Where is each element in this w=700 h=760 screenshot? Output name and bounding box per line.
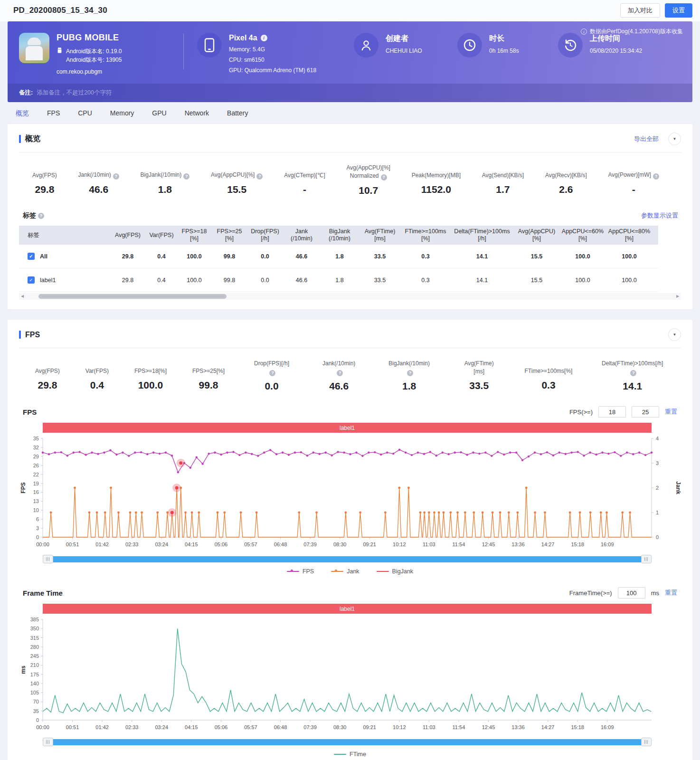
column-header-line: [/h]	[452, 235, 512, 242]
svg-text:4: 4	[656, 436, 659, 441]
help-icon[interactable]: ?	[630, 370, 636, 376]
duration-group: 时长 0h 16m 58s	[457, 33, 558, 57]
row-label: All	[40, 253, 47, 260]
tab-FPS[interactable]: FPS	[47, 109, 60, 118]
fps-chart[interactable]: 0361013161922262932350123400:0000:5101:4…	[19, 436, 681, 553]
legend-item-FPS[interactable]: FPS	[287, 568, 314, 575]
stat: Avg(FPS)29.8	[35, 360, 60, 392]
fps-reset-link[interactable]: 重置	[665, 408, 677, 416]
top-bar: PD_20200805_15_34_30 加入对比 设置	[0, 0, 700, 21]
range-handle-right[interactable]	[641, 555, 652, 563]
legend-line	[287, 571, 299, 572]
tab-概览[interactable]: 概览	[16, 109, 29, 118]
value-cell: 99.8	[212, 245, 247, 268]
upload-group: 上传时间 05/08/2020 15:34:42	[558, 33, 642, 57]
stat: FPS>=18[%]100.0	[134, 360, 167, 392]
value-cell: 33.5	[359, 268, 401, 292]
help-icon[interactable]: ?	[256, 173, 263, 180]
section-accent	[19, 331, 21, 339]
stat-label: Avg(AppCPU)[%]?	[211, 164, 263, 180]
help-icon[interactable]: ?	[183, 173, 189, 180]
tab-Network[interactable]: Network	[185, 109, 209, 118]
scroll-thumb[interactable]	[38, 294, 227, 299]
tab-Memory[interactable]: Memory	[110, 109, 134, 118]
stat: Avg(Send)[KB/s]1.7	[482, 164, 524, 196]
upload-value: 05/08/2020 15:34:42	[590, 48, 642, 54]
collapse-fps-button[interactable]: ▼	[668, 328, 681, 341]
stat: BigJank(/10min)?1.8	[385, 360, 434, 392]
frametime-reset-link[interactable]: 重置	[665, 589, 677, 597]
fps-threshold-input-2[interactable]	[632, 406, 659, 418]
svg-text:ms: ms	[20, 665, 27, 674]
column-header-line: Avg(FPS)	[111, 232, 144, 239]
legend-item-FTime[interactable]: FTime	[334, 751, 366, 758]
range-track[interactable]	[51, 739, 643, 745]
export-all-link[interactable]: 导出全部	[634, 135, 659, 143]
column-header: AppCPU<=80%[%]	[606, 226, 653, 245]
stat-value: 33.5	[469, 380, 489, 391]
column-header-line: [%]	[561, 235, 604, 242]
row-checkbox[interactable]: ✓	[28, 253, 35, 260]
svg-text:13: 13	[33, 498, 39, 504]
android-version-name: Android版本名: 0.19.0	[66, 47, 122, 56]
value-cell: 15.5	[514, 268, 559, 292]
tabs-bar: 概览FPSCPUMemoryGPUNetworkBattery	[0, 102, 700, 124]
help-icon[interactable]: ?	[337, 370, 343, 376]
fps-legend: FPSJankBigJank	[19, 568, 681, 575]
stat-value: 29.8	[35, 184, 54, 195]
value-cell: 100.0	[559, 268, 606, 292]
add-compare-button[interactable]: 加入对比	[620, 3, 660, 18]
legend-item-Jank[interactable]: Jank	[331, 568, 359, 575]
value-cell: 0.4	[146, 245, 177, 268]
stat-label-line: Delta(FTime)>100ms[/h]?	[598, 360, 667, 376]
svg-text:05:57: 05:57	[244, 724, 257, 730]
frametime-chart[interactable]: 0357010514017521024528031535038500:0000:…	[19, 617, 681, 736]
stat: Avg(CTemp)[℃]-	[284, 164, 325, 196]
column-header: BigJank(/10min)	[320, 226, 359, 245]
tab-CPU[interactable]: CPU	[78, 109, 92, 118]
range-track[interactable]	[51, 556, 643, 562]
tab-GPU[interactable]: GPU	[152, 109, 166, 118]
value-cell: 0.0	[247, 245, 283, 268]
legend-item-BigJank[interactable]: BigJank	[377, 568, 413, 575]
stat-label-line: Avg(FTime)[ms]	[459, 360, 499, 376]
scroll-left-arrow[interactable]: ◀	[19, 293, 26, 300]
collapse-overview-button[interactable]: ▼	[668, 133, 681, 145]
range-handle-left[interactable]	[43, 555, 53, 563]
column-header: Avg(Tota[%]	[653, 226, 658, 245]
labels-help-icon[interactable]: ?	[38, 213, 44, 219]
device-memory: Memory: 5.4G	[229, 46, 316, 53]
row-checkbox[interactable]: ✓	[28, 276, 35, 284]
fps-threshold-input-1[interactable]	[598, 406, 626, 418]
svg-text:16:09: 16:09	[601, 724, 614, 730]
help-icon[interactable]: ?	[407, 370, 413, 376]
stat-label-line: BigJank(/10min)?	[141, 171, 190, 180]
range-handle-left[interactable]	[43, 738, 53, 746]
svg-text:05:06: 05:06	[215, 542, 228, 547]
param-display-link[interactable]: 参数显示设置	[641, 211, 678, 220]
value-cell: 15.5	[514, 245, 559, 268]
svg-text:315: 315	[30, 635, 39, 641]
column-header: Jank(/10min)	[283, 226, 320, 245]
device-info-icon[interactable]: i	[261, 35, 267, 41]
svg-text:1: 1	[656, 510, 659, 515]
clock-icon	[457, 33, 482, 57]
help-icon[interactable]: ?	[653, 173, 659, 180]
help-icon[interactable]: ?	[381, 174, 387, 180]
svg-text:15:18: 15:18	[571, 542, 584, 547]
svg-text:6: 6	[36, 516, 39, 522]
value-cell: 29.8	[109, 245, 146, 268]
stat-value: 29.8	[38, 380, 57, 391]
help-icon[interactable]: ?	[113, 173, 119, 180]
table-row: ✓label129.80.4100.099.80.046.61.833.50.3…	[19, 268, 658, 292]
note-input[interactable]: 添加备注，不超过200个字符	[37, 89, 112, 97]
frametime-threshold-input[interactable]	[618, 587, 645, 598]
help-icon[interactable]: ?	[269, 370, 275, 376]
tab-Battery[interactable]: Battery	[227, 109, 248, 118]
range-handle-right[interactable]	[641, 738, 652, 746]
settings-button[interactable]: 设置	[665, 3, 692, 18]
column-header-line: BigJank	[322, 228, 357, 235]
note-label: 备注:	[19, 89, 33, 97]
scroll-track[interactable]	[26, 293, 674, 300]
scroll-right-arrow[interactable]: ▶	[674, 293, 681, 300]
